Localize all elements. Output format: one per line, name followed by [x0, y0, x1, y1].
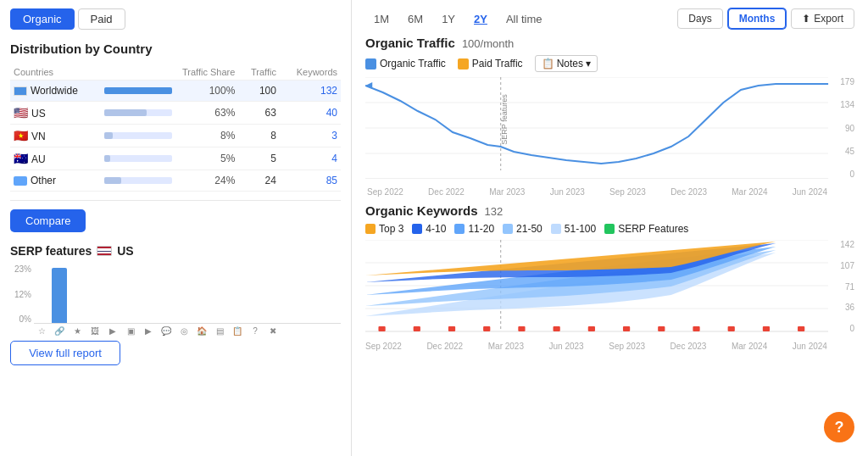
- paid-traffic-legend-item[interactable]: Paid Traffic: [458, 58, 523, 70]
- time-tab-1m[interactable]: 1M: [365, 9, 398, 29]
- x-axis-label: Jun 2024: [793, 187, 827, 197]
- days-button[interactable]: Days: [677, 8, 722, 29]
- export-button[interactable]: ⬆ Export: [791, 8, 854, 29]
- x-axis-label: Dec 2022: [428, 187, 465, 197]
- d51-100-legend[interactable]: 51-100: [551, 223, 596, 235]
- keywords-x-axis: Sep 2022Dec 2022Mar 2023Jun 2023Sep 2023…: [365, 342, 854, 351]
- svg-marker-7: [365, 82, 372, 89]
- y-90: 90: [829, 124, 854, 133]
- organic-traffic-title: Organic Traffic: [365, 36, 455, 50]
- svg-rect-18: [518, 326, 525, 331]
- x-axis-label: Sep 2022: [365, 342, 402, 351]
- d11-20-legend[interactable]: 11-20: [454, 223, 494, 235]
- traffic-share-pct: 100%: [197, 81, 239, 102]
- table-row[interactable]: Worldwide 100% 100 132: [10, 81, 341, 102]
- traffic-value: 8: [238, 125, 280, 147]
- x-axis-label: Dec 2023: [670, 342, 707, 351]
- kw-y-71: 71: [829, 282, 854, 292]
- time-tab-2y[interactable]: 2Y: [465, 9, 496, 29]
- compare-button[interactable]: Compare: [10, 209, 86, 232]
- svg-rect-17: [483, 326, 490, 331]
- serp-features-legend[interactable]: SERP Features: [604, 223, 688, 235]
- country-name: Worldwide: [10, 81, 101, 102]
- country-name: 🇦🇺AU: [10, 147, 101, 170]
- table-row[interactable]: 🇦🇺AU 5% 5 4: [10, 147, 341, 170]
- traffic-legend: Organic Traffic Paid Traffic 📋 Notes ▾: [365, 55, 854, 72]
- paid-label: Paid Traffic: [472, 58, 523, 70]
- keywords-chart: 142 107 71 36 0: [365, 240, 854, 342]
- distribution-title: Distribution by Country: [10, 42, 341, 56]
- traffic-y-axis: 179 134 90 45 0: [829, 77, 854, 179]
- paid-checkbox: [458, 58, 469, 70]
- organic-traffic-subtitle: 100/month: [462, 37, 514, 50]
- serp-icon: 🏠: [194, 326, 209, 336]
- svg-rect-22: [658, 326, 665, 331]
- view-full-report-button[interactable]: View full report: [10, 341, 120, 365]
- top3-legend[interactable]: Top 3: [365, 223, 403, 235]
- x-axis-label: Mar 2024: [732, 187, 767, 197]
- time-tab-all-time[interactable]: All time: [498, 9, 551, 29]
- serp-features-label: SERP Features: [618, 223, 688, 235]
- y-0: 0: [829, 170, 854, 179]
- table-row[interactable]: 🇻🇳VN 8% 8 3: [10, 125, 341, 147]
- divider-1: [10, 200, 341, 201]
- serp-icon: 🔗: [52, 326, 67, 336]
- serp-icon: ▶: [105, 326, 120, 336]
- x-axis-label: Jun 2023: [549, 342, 584, 351]
- us-flag-icon: [97, 246, 112, 256]
- svg-rect-14: [378, 326, 385, 331]
- table-row[interactable]: 🇺🇸US 63% 63 40: [10, 102, 341, 125]
- top3-dot: [365, 224, 376, 234]
- serp-y-bot: 0%: [10, 314, 31, 324]
- d4-10-legend[interactable]: 4-10: [412, 223, 446, 235]
- keywords-svg: [365, 240, 854, 333]
- table-row[interactable]: Other 24% 24 85: [10, 170, 341, 192]
- organic-tab[interactable]: Organic: [10, 8, 75, 30]
- serp-icon: ✖: [265, 326, 281, 336]
- time-period-tabs: 1M6M1Y2YAll time: [365, 9, 551, 29]
- d4-10-label: 4-10: [426, 223, 446, 235]
- notes-chevron-icon: ▾: [586, 58, 591, 70]
- serp-icon: 🖼: [87, 326, 103, 336]
- serp-icon: 💬: [159, 326, 174, 336]
- paid-tab[interactable]: Paid: [78, 8, 125, 30]
- serp-icon: ◎: [176, 326, 192, 336]
- country-name: Other: [10, 170, 101, 192]
- country-name: 🇺🇸US: [10, 102, 101, 125]
- keyword-value: 132: [280, 81, 341, 102]
- traffic-share-pct: 8%: [197, 125, 239, 147]
- organic-traffic-legend-item[interactable]: Organic Traffic: [365, 58, 446, 70]
- serp-bars: [34, 264, 341, 324]
- serp-icon: ▤: [212, 326, 227, 336]
- keyword-value: 3: [280, 125, 341, 147]
- x-axis-label: Jun 2024: [793, 342, 827, 351]
- keywords-legend: Top 3 4-10 11-20 21-50 51-100: [365, 223, 854, 235]
- y-179: 179: [829, 77, 854, 86]
- organic-traffic-chart: SERP features 179 134 90 45 0: [365, 77, 854, 187]
- traffic-value: 63: [238, 102, 280, 125]
- svg-rect-24: [728, 326, 735, 331]
- svg-rect-16: [448, 326, 455, 331]
- svg-rect-19: [554, 326, 560, 331]
- x-axis-label: Dec 2022: [426, 342, 463, 351]
- svg-rect-21: [623, 326, 630, 331]
- x-axis-label: Dec 2023: [670, 187, 707, 197]
- serp-chart: 23% 12% 0% ☆🔗★🖼▶▣▶💬◎🏠▤📋?✖: [10, 264, 341, 332]
- d51-100-checkbox: [551, 224, 561, 234]
- d11-20-checkbox: [454, 224, 465, 234]
- d21-50-legend[interactable]: 21-50: [503, 223, 542, 235]
- serp-icon: ?: [248, 326, 263, 336]
- time-tab-6m[interactable]: 6M: [399, 9, 431, 29]
- export-icon: ⬆: [802, 13, 810, 25]
- traffic-share-pct: 24%: [197, 170, 239, 192]
- left-panel: Organic Paid Distribution by Country Cou…: [0, 0, 352, 456]
- traffic-value: 5: [238, 147, 280, 170]
- help-button[interactable]: ?: [824, 412, 854, 442]
- traffic-x-axis: Sep 2022Dec 2022Mar 2023Jun 2023Sep 2023…: [365, 187, 854, 197]
- col-countries: Countries: [10, 64, 101, 81]
- time-tab-1y[interactable]: 1Y: [433, 9, 464, 29]
- top-bar: 1M6M1Y2YAll time Days Months ⬆ Export: [365, 8, 854, 29]
- months-button[interactable]: Months: [728, 8, 787, 29]
- x-axis-label: Mar 2023: [488, 342, 524, 351]
- notes-legend-item[interactable]: 📋 Notes ▾: [535, 55, 598, 72]
